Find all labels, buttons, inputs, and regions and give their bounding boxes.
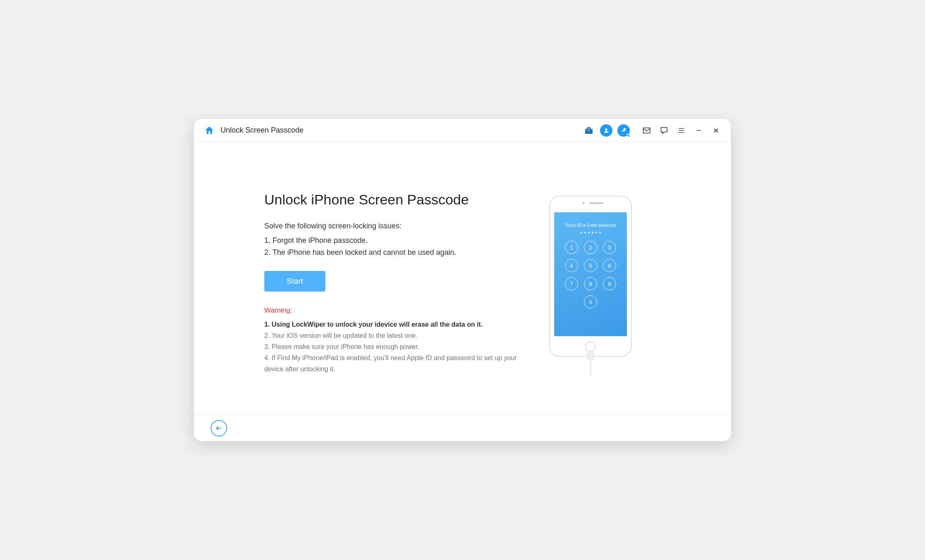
warning-item: 2. Your iOS version will be updated to t… <box>264 330 529 341</box>
content-right: Touch ID or Eater passcode 1 2 3 4 5 6 7… <box>529 192 652 398</box>
account-icon[interactable] <box>599 123 614 138</box>
cable-icon <box>587 352 594 377</box>
svg-line-7 <box>629 135 630 136</box>
phone-illustration: Touch ID or Eater passcode 1 2 3 4 5 6 7… <box>549 196 632 357</box>
close-button[interactable] <box>709 123 723 138</box>
phone-keypad: 1 2 3 4 5 6 7 8 9 0 <box>565 241 616 308</box>
issue-item: 1. Forgot the iPhone passcode. <box>264 235 529 247</box>
music-search-icon[interactable] <box>616 123 631 138</box>
svg-rect-2 <box>587 128 591 129</box>
titlebar: Unlock Screen Passcode <box>194 119 731 142</box>
phone-screen-text: Touch ID or Eater passcode <box>565 223 616 228</box>
keypad-key: 0 <box>584 295 597 308</box>
start-button[interactable]: Start <box>264 271 325 292</box>
warning-item: 3. Please make sure your iPhone has enou… <box>264 341 529 352</box>
feedback-icon[interactable] <box>657 123 671 138</box>
keypad-key: 3 <box>603 241 616 254</box>
main-heading: Unlock iPhone Screen Passcode <box>264 192 529 208</box>
subheading: Solve the following screen-locking issue… <box>264 222 529 230</box>
issue-item: 2. The iPhone has been locked and cannot… <box>264 247 529 259</box>
minimize-button[interactable] <box>691 123 706 138</box>
menu-icon[interactable] <box>674 123 689 138</box>
keypad-key: 9 <box>603 277 616 290</box>
warning-item: 1. Using LockWiper to unlock your idevic… <box>264 319 529 330</box>
keypad-key: 5 <box>584 259 597 272</box>
svg-point-4 <box>605 128 607 130</box>
content-left: Unlock iPhone Screen Passcode Solve the … <box>264 192 529 398</box>
mail-icon[interactable] <box>639 123 654 138</box>
phone-screen: Touch ID or Eater passcode 1 2 3 4 5 6 7… <box>554 212 627 336</box>
back-button[interactable] <box>211 420 227 437</box>
page-title: Unlock Screen Passcode <box>221 126 304 135</box>
keypad-key: 4 <box>565 259 578 272</box>
keypad-key: 1 <box>565 241 578 254</box>
toolbox-icon[interactable] <box>581 123 596 138</box>
svg-point-6 <box>626 133 629 135</box>
app-window: Unlock Screen Passcode Unlock iPhone S <box>194 119 731 441</box>
footer <box>194 415 731 441</box>
keypad-key: 7 <box>565 277 578 290</box>
issues-list: 1. Forgot the iPhone passcode. 2. The iP… <box>264 235 529 259</box>
keypad-key: 6 <box>603 259 616 272</box>
keypad-key: 8 <box>584 277 597 290</box>
main-content: Unlock iPhone Screen Passcode Solve the … <box>194 142 731 415</box>
keypad-key: 2 <box>584 241 597 254</box>
svg-point-5 <box>624 130 626 131</box>
svg-rect-3 <box>588 130 590 131</box>
warning-label: Warning: <box>264 306 529 315</box>
warning-item: 4. If Find My iPhone/iPad is enabled, yo… <box>264 352 529 375</box>
home-icon[interactable] <box>204 125 215 136</box>
